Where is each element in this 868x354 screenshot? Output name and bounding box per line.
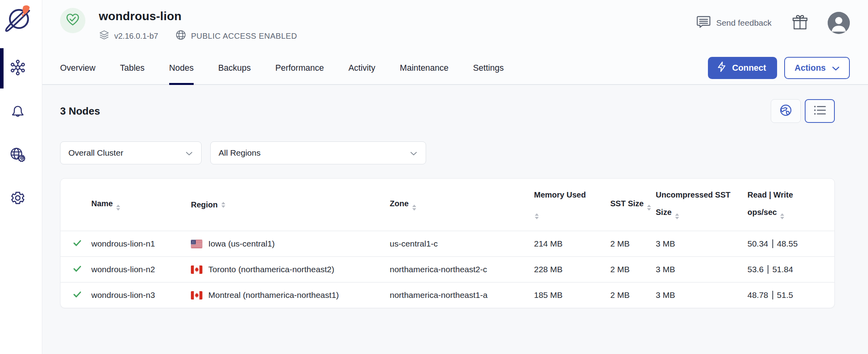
tab-nodes[interactable]: Nodes xyxy=(169,52,194,85)
node-region-label: Iowa (us-central1) xyxy=(208,239,275,249)
globe-icon xyxy=(175,30,191,42)
divider xyxy=(772,291,773,299)
node-uncompressed-sst-cell: 3 MB xyxy=(656,290,747,300)
tab-settings[interactable]: Settings xyxy=(473,52,504,85)
node-region-cell: Toronto (northamerica-northeast2) xyxy=(191,265,390,274)
divider xyxy=(768,265,768,274)
table-row[interactable]: wondrous-lion-n3 Montreal (northamerica-… xyxy=(60,282,834,308)
send-feedback-label: Send feedback xyxy=(716,18,772,28)
sidebar-item-clusters[interactable] xyxy=(0,47,42,90)
tab-performance[interactable]: Performance xyxy=(275,52,324,85)
list-view-button[interactable] xyxy=(805,99,835,123)
tab-backups[interactable]: Backups xyxy=(218,52,251,85)
node-status-cell xyxy=(60,264,91,275)
node-memory-cell: 185 MB xyxy=(534,290,610,300)
name-column-header[interactable]: Name xyxy=(91,199,191,211)
region-filter-value: All Regions xyxy=(219,148,260,158)
header-actions: Send feedback xyxy=(691,12,850,34)
lightning-icon xyxy=(717,61,732,75)
table-row[interactable]: wondrous-lion-n2 Toronto (northamerica-n… xyxy=(60,256,834,282)
chevron-down-icon xyxy=(410,148,417,158)
connect-label: Connect xyxy=(732,63,766,73)
read-ops-value: 53.6 xyxy=(747,265,764,274)
sidebar-item-settings[interactable] xyxy=(0,177,42,220)
node-region-cell: Montreal (northamerica-northeast1) xyxy=(191,290,390,300)
sort-icon[interactable] xyxy=(675,213,679,219)
uncompressed-sst-column-header[interactable]: Uncompressed SST Size xyxy=(656,190,747,219)
sort-icon[interactable] xyxy=(412,205,416,211)
table-row[interactable]: wondrous-lion-n1 Iowa (us-central1) us-c… xyxy=(60,231,834,256)
app-root: wondrous-lion v2.16.0.1-b7 xyxy=(0,0,868,354)
us-flag-icon xyxy=(191,240,202,248)
sort-icon[interactable] xyxy=(780,213,784,219)
view-toggles xyxy=(771,99,835,123)
actions-label: Actions xyxy=(794,63,826,73)
write-ops-value: 51.84 xyxy=(772,265,793,274)
name-header-label: Name xyxy=(91,199,113,208)
read-ops-value: 50.34 xyxy=(747,239,768,248)
gift-icon[interactable] xyxy=(792,14,808,32)
region-column-header[interactable]: Region xyxy=(191,200,390,209)
globe-map-icon xyxy=(779,104,793,119)
tab-bar: Overview Tables Nodes Backups Performanc… xyxy=(42,52,868,85)
node-read-write-cell: 48.7851.5 xyxy=(747,290,834,300)
tab-activity[interactable]: Activity xyxy=(348,52,375,85)
divider xyxy=(772,239,773,248)
sidebar-item-alerts[interactable] xyxy=(0,90,42,134)
list-icon xyxy=(813,105,826,117)
node-read-write-cell: 53.651.84 xyxy=(747,265,834,274)
canada-flag-icon xyxy=(191,291,202,299)
node-name-cell: wondrous-lion-n1 xyxy=(91,239,191,249)
nodes-table-card: Name Region Zone Memory Used SST Size xyxy=(60,178,835,308)
cluster-meta: v2.16.0.1-b7 PUBLIC xyxy=(99,30,297,42)
node-uncompressed-sst-cell: 3 MB xyxy=(656,239,747,249)
region-header-label: Region xyxy=(191,200,218,209)
sidebar-item-network-access[interactable] xyxy=(0,134,42,177)
tab-maintenance[interactable]: Maintenance xyxy=(400,52,449,85)
node-region-label: Toronto (northamerica-northeast2) xyxy=(208,265,334,274)
region-filter-select[interactable]: All Regions xyxy=(210,141,426,164)
healthy-check-icon xyxy=(73,264,82,275)
sort-icon[interactable] xyxy=(535,213,539,219)
brand-planet-logo[interactable] xyxy=(5,4,32,35)
map-view-button[interactable] xyxy=(771,99,801,123)
zone-header-label: Zone xyxy=(390,199,409,208)
healthy-check-icon xyxy=(73,290,82,301)
sst-header-label: SST Size xyxy=(610,199,643,208)
tab-overview[interactable]: Overview xyxy=(60,52,96,85)
tab-actions: Connect Actions xyxy=(708,52,850,84)
tabs: Overview Tables Nodes Backups Performanc… xyxy=(60,52,504,84)
nodes-header-row: 3 Nodes xyxy=(60,99,835,123)
cluster-titles: wondrous-lion v2.16.0.1-b7 xyxy=(99,8,297,42)
page-title: wondrous-lion xyxy=(99,9,297,23)
sort-icon[interactable] xyxy=(221,202,225,208)
cluster-info: wondrous-lion v2.16.0.1-b7 xyxy=(60,8,297,42)
node-region-cell: Iowa (us-central1) xyxy=(191,239,390,249)
node-memory-cell: 214 MB xyxy=(534,239,610,249)
zone-column-header[interactable]: Zone xyxy=(390,199,534,211)
uncompressed-header-line2: Size xyxy=(656,208,672,217)
user-avatar[interactable] xyxy=(828,12,850,34)
connect-button[interactable]: Connect xyxy=(708,57,777,79)
node-status-cell xyxy=(60,238,91,249)
read-write-column-header[interactable]: Read | Write ops/sec xyxy=(747,190,834,219)
canada-flag-icon xyxy=(191,266,202,274)
tab-tables[interactable]: Tables xyxy=(120,52,145,85)
bell-icon xyxy=(10,104,25,120)
send-feedback-button[interactable]: Send feedback xyxy=(691,15,772,31)
nodes-count-title: 3 Nodes xyxy=(60,105,100,117)
memory-header-label: Memory Used xyxy=(534,190,606,200)
sst-column-header[interactable]: SST Size xyxy=(610,199,656,211)
node-name-cell: wondrous-lion-n3 xyxy=(91,290,191,300)
memory-column-header[interactable]: Memory Used xyxy=(534,190,610,219)
health-badge xyxy=(60,8,85,33)
actions-button[interactable]: Actions xyxy=(784,57,850,79)
node-status-cell xyxy=(60,290,91,301)
node-sst-cell: 2 MB xyxy=(610,290,656,300)
cluster-filter-select[interactable]: Overall Cluster xyxy=(60,141,202,164)
sort-icon[interactable] xyxy=(116,205,120,211)
node-memory-cell: 228 MB xyxy=(534,265,610,274)
read-ops-value: 48.78 xyxy=(747,290,768,299)
table-header-row: Name Region Zone Memory Used SST Size xyxy=(60,179,834,231)
sort-icon[interactable] xyxy=(647,205,651,211)
